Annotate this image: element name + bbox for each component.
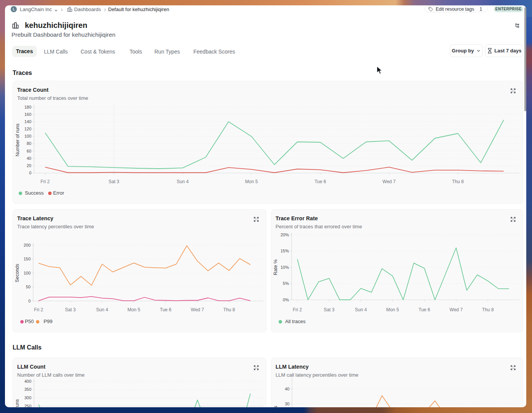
svg-text:0%: 0% — [283, 298, 289, 302]
svg-text:Mon 5: Mon 5 — [245, 179, 258, 184]
svg-text:0: 0 — [28, 299, 31, 303]
svg-text:Thu 8: Thu 8 — [223, 307, 235, 312]
svg-text:120: 120 — [24, 127, 31, 131]
svg-text:20%: 20% — [281, 233, 289, 237]
svg-text:40: 40 — [285, 387, 289, 391]
svg-text:10%: 10% — [281, 265, 289, 270]
svg-text:s: s — [273, 406, 278, 407]
svg-text:Thu 8: Thu 8 — [482, 307, 494, 312]
svg-text:400: 400 — [24, 379, 31, 384]
svg-text:Sat 3: Sat 3 — [109, 179, 119, 184]
svg-text:Sun 4: Sun 4 — [96, 307, 109, 312]
svg-text:Seconds: Seconds — [15, 264, 20, 283]
svg-text:15%: 15% — [281, 249, 289, 253]
svg-text:Tue 6: Tue 6 — [315, 179, 326, 184]
svg-text:350: 350 — [24, 387, 31, 392]
svg-text:250: 250 — [24, 404, 31, 408]
svg-text:100: 100 — [24, 134, 31, 138]
svg-text:Fri 2: Fri 2 — [41, 179, 50, 184]
svg-text:Wed 7: Wed 7 — [449, 307, 463, 312]
svg-text:60: 60 — [27, 149, 31, 153]
svg-text:Mon 5: Mon 5 — [386, 307, 399, 312]
svg-text:Tue 6: Tue 6 — [418, 307, 430, 312]
svg-text:80: 80 — [27, 141, 31, 146]
svg-text:Sat 3: Sat 3 — [65, 307, 76, 312]
svg-text:Sun 4: Sun 4 — [177, 179, 189, 184]
svg-text:Tue 6: Tue 6 — [160, 307, 172, 312]
svg-text:160: 160 — [24, 112, 31, 117]
svg-text:20: 20 — [27, 163, 31, 168]
svg-text:100: 100 — [24, 271, 31, 275]
svg-text:Sat 3: Sat 3 — [324, 307, 334, 312]
svg-text:Wed 7: Wed 7 — [383, 179, 396, 184]
svg-text:300: 300 — [24, 395, 31, 400]
svg-text:5%: 5% — [283, 281, 289, 286]
svg-text:150: 150 — [24, 257, 31, 261]
svg-text:180: 180 — [24, 105, 31, 109]
svg-text:Sun 4: Sun 4 — [355, 307, 367, 312]
svg-text:Fri 2: Fri 2 — [293, 307, 302, 312]
svg-text:Fri 2: Fri 2 — [34, 307, 43, 312]
svg-text:Thu 8: Thu 8 — [452, 179, 464, 184]
svg-text:40: 40 — [27, 156, 31, 161]
svg-text:200: 200 — [24, 243, 31, 247]
svg-text:runs: runs — [15, 399, 20, 407]
svg-text:Rate %: Rate % — [273, 260, 278, 275]
svg-text:Mon 5: Mon 5 — [128, 307, 141, 312]
svg-text:50: 50 — [26, 285, 31, 289]
svg-text:0: 0 — [29, 171, 31, 175]
svg-text:Wed 7: Wed 7 — [191, 307, 204, 312]
svg-text:140: 140 — [24, 119, 31, 124]
svg-text:Number of runs: Number of runs — [15, 124, 20, 156]
svg-text:30: 30 — [285, 402, 289, 406]
